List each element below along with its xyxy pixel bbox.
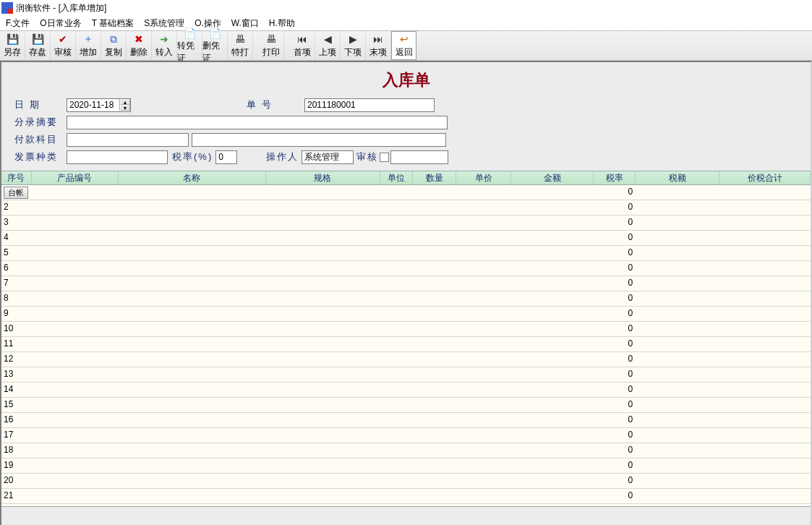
cell[interactable]: [456, 398, 511, 412]
cell[interactable]: [414, 231, 457, 245]
cell-taxrate[interactable]: 0: [594, 276, 636, 291]
cell-rownum[interactable]: 7: [1, 276, 32, 291]
cell[interactable]: [414, 413, 457, 427]
cell[interactable]: [719, 307, 811, 321]
cell[interactable]: [380, 231, 414, 245]
cell[interactable]: [719, 215, 811, 230]
cell[interactable]: [636, 322, 719, 336]
cell-taxrate[interactable]: 0: [594, 413, 636, 427]
cell[interactable]: [511, 458, 594, 473]
cell[interactable]: [119, 276, 266, 291]
menu-item-2[interactable]: T 基础档案: [92, 17, 134, 30]
cell-taxrate[interactable]: 0: [594, 291, 636, 306]
toolbar-转凭证[interactable]: 📄转凭证: [177, 31, 202, 60]
cell[interactable]: [119, 246, 266, 260]
cell-taxrate[interactable]: 0: [594, 337, 636, 351]
cell-taxrate[interactable]: 0: [594, 489, 636, 503]
cell[interactable]: [511, 322, 594, 336]
cell[interactable]: [119, 200, 266, 215]
cell[interactable]: [32, 383, 119, 397]
cell[interactable]: [32, 322, 119, 336]
col-金额[interactable]: 金额: [511, 171, 594, 184]
cell-taxrate[interactable]: 0: [594, 246, 636, 260]
cell[interactable]: [414, 458, 457, 473]
cell[interactable]: [32, 276, 119, 291]
cell[interactable]: [380, 200, 414, 215]
cell[interactable]: [266, 261, 380, 276]
toolbar-末项[interactable]: ⏭末项: [366, 31, 391, 60]
cell[interactable]: [380, 291, 414, 306]
cell[interactable]: [380, 398, 414, 412]
cell[interactable]: [119, 413, 266, 427]
cell[interactable]: [719, 200, 811, 215]
cell[interactable]: [380, 458, 414, 473]
cell[interactable]: [380, 489, 414, 503]
cell-taxrate[interactable]: 0: [594, 261, 636, 276]
cell[interactable]: [32, 458, 119, 473]
account-code-input[interactable]: [67, 133, 189, 147]
toolbar-打印[interactable]: 🖶打印: [259, 31, 284, 60]
cell[interactable]: [266, 215, 380, 230]
cell[interactable]: [266, 231, 380, 245]
cell[interactable]: [511, 367, 594, 382]
cell[interactable]: [719, 322, 811, 336]
cell[interactable]: [119, 489, 266, 503]
table-row[interactable]: 40: [1, 231, 811, 246]
cell-rownum[interactable]: 17: [1, 428, 32, 443]
cell[interactable]: [32, 489, 119, 503]
table-row[interactable]: 190: [1, 458, 811, 474]
cell[interactable]: [456, 443, 511, 458]
table-row[interactable]: 70: [1, 276, 811, 291]
cell[interactable]: [636, 337, 719, 351]
cell[interactable]: [32, 474, 119, 488]
cell[interactable]: [414, 398, 457, 412]
docno-input[interactable]: [304, 98, 435, 112]
table-row[interactable]: 140: [1, 383, 811, 398]
col-名称[interactable]: 名称: [119, 171, 266, 184]
cell[interactable]: [32, 231, 119, 245]
col-价税合计[interactable]: 价税合计: [719, 171, 811, 184]
cell[interactable]: [119, 215, 266, 230]
menu-item-5[interactable]: W.窗口: [231, 17, 259, 30]
cell-taxrate[interactable]: 0: [594, 322, 636, 336]
cell[interactable]: [456, 352, 511, 367]
cell[interactable]: [32, 307, 119, 321]
cell[interactable]: [32, 398, 119, 412]
cell[interactable]: [119, 291, 266, 306]
col-税额[interactable]: 税额: [636, 171, 719, 184]
cell[interactable]: [380, 443, 414, 458]
cell[interactable]: [414, 261, 457, 276]
cell[interactable]: [719, 489, 811, 503]
cell[interactable]: [636, 428, 719, 443]
toolbar-下项[interactable]: ▶下项: [341, 31, 366, 60]
cell[interactable]: [719, 185, 811, 200]
cell[interactable]: [414, 215, 457, 230]
cell[interactable]: [511, 276, 594, 291]
operator-input[interactable]: [302, 150, 354, 164]
cell[interactable]: [414, 200, 457, 215]
table-row[interactable]: 170: [1, 428, 811, 443]
cell-taxrate[interactable]: 0: [594, 383, 636, 397]
cell[interactable]: [380, 383, 414, 397]
cell[interactable]: [719, 474, 811, 488]
toolbar-上项[interactable]: ◀上项: [315, 31, 341, 60]
cell[interactable]: [636, 489, 719, 503]
cell-rownum[interactable]: 18: [1, 443, 32, 458]
table-row[interactable]: 180: [1, 443, 811, 458]
cell[interactable]: [32, 428, 119, 443]
cell-taxrate[interactable]: 0: [594, 231, 636, 245]
cell[interactable]: [456, 489, 511, 503]
cell[interactable]: [119, 398, 266, 412]
cell[interactable]: [414, 489, 457, 503]
cell[interactable]: [414, 322, 457, 336]
cell-rownum[interactable]: 11: [1, 337, 32, 351]
summary-input[interactable]: [67, 116, 448, 129]
auditor-input[interactable]: [390, 150, 448, 164]
cell[interactable]: [32, 337, 119, 351]
cell[interactable]: [380, 307, 414, 321]
cell[interactable]: [380, 352, 414, 367]
cell[interactable]: [636, 398, 719, 412]
menu-item-1[interactable]: O日常业务: [40, 17, 81, 30]
cell-rownum[interactable]: 15: [1, 398, 32, 412]
cell-rownum[interactable]: 9: [1, 307, 32, 321]
